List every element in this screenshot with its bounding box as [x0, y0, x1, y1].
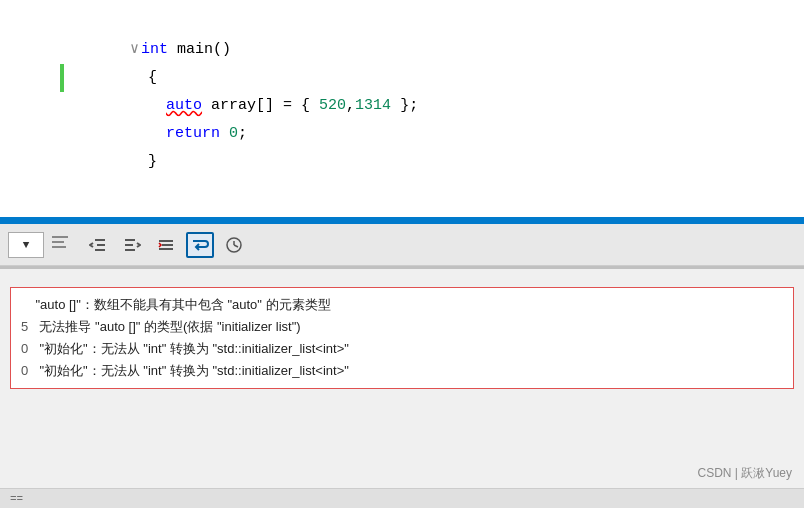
wrap-icon [191, 237, 209, 253]
bottom-status-bar: == [0, 488, 804, 508]
output-top-space [0, 269, 804, 279]
error-box: "auto []"：数组不能具有其中包含 "auto" 的元素类型 5 无法推导… [10, 287, 794, 389]
error-line-2: 5 无法推导 "auto []" 的类型(依据 "initializer lis… [21, 316, 783, 338]
history-button[interactable] [220, 232, 248, 258]
comma: , [346, 97, 355, 114]
indent-left-button[interactable] [84, 232, 112, 258]
code-editor: ∨int main() { auto array[] = { 520,1314 … [0, 0, 804, 220]
wrap-button[interactable] [186, 232, 214, 258]
space [220, 125, 229, 142]
closing-brace: }; [391, 97, 418, 114]
error-prefix-4: 0 [21, 363, 28, 378]
spacer-icon [50, 232, 78, 257]
func-name: main() [168, 41, 231, 58]
error-prefix-2: 5 [21, 319, 28, 334]
output-wrapper: "auto []"：数组不能具有其中包含 "auto" 的元素类型 5 无法推导… [0, 269, 804, 488]
dropdown-arrow: ▼ [23, 239, 30, 251]
svg-rect-2 [52, 246, 66, 248]
indent-right-button[interactable] [118, 232, 146, 258]
toolbar: ▼ [0, 224, 804, 266]
indent-right-icon [123, 237, 141, 253]
code-line-2: { [0, 36, 804, 64]
code-line-3: auto array[] = { 520,1314 }; [0, 64, 804, 92]
keyword-return: return [166, 125, 220, 142]
num-520: 520 [319, 97, 346, 114]
format-button[interactable] [152, 232, 180, 258]
num-1314: 1314 [355, 97, 391, 114]
watermark-text: CSDN | 跃湫Yuey [698, 466, 792, 480]
indent-left-icon [89, 237, 107, 253]
svg-rect-1 [52, 241, 64, 243]
watermark: CSDN | 跃湫Yuey [698, 465, 792, 482]
error-text-2: 无法推导 "auto []" 的类型(依据 "initializer list"… [36, 319, 301, 334]
brace-close: } [130, 153, 157, 170]
error-line-3: 0 "初始化"：无法从 "int" 转换为 "std::initializer_… [21, 338, 783, 360]
line-content-5: } [64, 120, 157, 204]
semicolon: ; [238, 125, 247, 142]
error-text-4: "初始化"：无法从 "int" 转换为 "std::initializer_li… [36, 363, 349, 378]
format-doc-icon [157, 237, 175, 253]
error-line-4: 0 "初始化"：无法从 "int" 转换为 "std::initializer_… [21, 360, 783, 382]
format-icon [50, 232, 70, 252]
num-0: 0 [229, 125, 238, 142]
error-line-1: "auto []"：数组不能具有其中包含 "auto" 的元素类型 [21, 294, 783, 316]
status-text: == [10, 493, 23, 505]
clock-icon [225, 236, 243, 254]
error-text-3: "初始化"：无法从 "int" 转换为 "std::initializer_li… [36, 341, 349, 356]
svg-rect-0 [52, 236, 68, 238]
code-line-1: ∨int main() [0, 8, 804, 36]
error-prefix-3: 0 [21, 341, 28, 356]
error-text-1: "auto []"：数组不能具有其中包含 "auto" 的元素类型 [21, 297, 331, 312]
svg-line-15 [234, 245, 238, 247]
toolbar-dropdown[interactable]: ▼ [8, 232, 44, 258]
